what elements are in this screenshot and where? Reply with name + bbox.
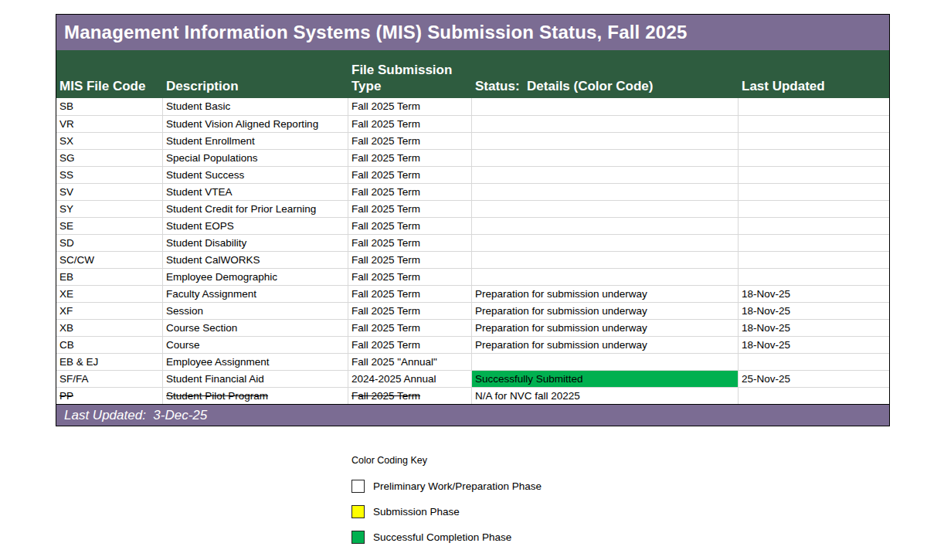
cell-code: PP <box>56 388 163 404</box>
table-row: XBCourse SectionFall 2025 TermPreparatio… <box>56 319 889 336</box>
legend-label: Submission Phase <box>373 506 460 518</box>
table-row: SXStudent EnrollmentFall 2025 Term <box>56 132 889 149</box>
cell-updated: 18-Nov-25 <box>739 303 889 319</box>
cell-type: Fall 2025 Term <box>348 150 472 166</box>
cell-updated <box>739 184 889 200</box>
header-type-line1: File Submission <box>351 62 470 78</box>
cell-status: Preparation for submission underway <box>472 303 739 319</box>
cell-status: Preparation for submission underway <box>472 337 739 353</box>
cell-status: Successfully Submitted <box>472 371 739 387</box>
table-row: CBCourseFall 2025 TermPreparation for su… <box>56 336 889 353</box>
cell-status <box>472 116 739 132</box>
cell-updated <box>739 218 889 234</box>
cell-code: SD <box>56 235 163 251</box>
cell-type: Fall 2025 Term <box>348 235 472 251</box>
cell-status <box>472 150 739 166</box>
cell-description: Student Pilot Program <box>163 388 348 404</box>
cell-updated: 18-Nov-25 <box>739 337 889 353</box>
table-row: PPStudent Pilot ProgramFall 2025 TermN/A… <box>56 387 889 404</box>
cell-updated <box>739 133 889 149</box>
cell-description: Session <box>163 303 348 319</box>
legend-label: Successful Completion Phase <box>373 531 511 543</box>
legend-label: Preliminary Work/Preparation Phase <box>373 480 542 492</box>
cell-code: VR <box>56 116 163 132</box>
cell-code: SG <box>56 150 163 166</box>
table-row: SDStudent DisabilityFall 2025 Term <box>56 234 889 251</box>
cell-updated <box>739 167 889 183</box>
cell-status <box>472 218 739 234</box>
table-row: XEFaculty AssignmentFall 2025 TermPrepar… <box>56 285 889 302</box>
cell-updated: 18-Nov-25 <box>739 286 889 302</box>
table-row: XFSessionFall 2025 TermPreparation for s… <box>56 302 889 319</box>
header-mis-file-code-label: MIS File Code <box>59 78 161 94</box>
cell-description: Student Success <box>163 167 348 183</box>
cell-code: EB & EJ <box>56 354 163 370</box>
cell-description: Student Disability <box>163 235 348 251</box>
cell-updated <box>739 150 889 166</box>
cell-updated <box>739 252 889 268</box>
cell-type: Fall 2025 Term <box>348 388 472 404</box>
table-row: EBEmployee DemographicFall 2025 Term <box>56 268 889 285</box>
table-row: SSStudent SuccessFall 2025 Term <box>56 166 889 183</box>
header-status-details: Status: Details (Color Code) <box>472 50 739 98</box>
cell-status <box>472 133 739 149</box>
header-description-label: Description <box>166 78 347 94</box>
cell-type: Fall 2025 Term <box>348 252 472 268</box>
cell-type: 2024-2025 Annual <box>348 371 472 387</box>
table-title-bar: Management Information Systems (MIS) Sub… <box>56 15 889 50</box>
cell-updated <box>739 201 889 217</box>
cell-updated <box>739 98 889 115</box>
table-row: SVStudent VTEAFall 2025 Term <box>56 183 889 200</box>
header-mis-file-code: MIS File Code <box>56 50 163 98</box>
cell-code: CB <box>56 337 163 353</box>
header-last-updated: Last Updated <box>739 50 889 98</box>
cell-code: SV <box>56 184 163 200</box>
cell-code: SY <box>56 201 163 217</box>
header-description: Description <box>163 50 348 98</box>
table-row: SGSpecial PopulationsFall 2025 Term <box>56 149 889 166</box>
cell-updated: 18-Nov-25 <box>739 320 889 336</box>
footer-last-updated: Last Updated: 3-Dec-25 <box>64 408 207 423</box>
cell-status: Preparation for submission underway <box>472 286 739 302</box>
cell-code: SC/CW <box>56 252 163 268</box>
header-type-line2: Type <box>351 78 470 94</box>
cell-updated <box>739 388 889 404</box>
cell-description: Student CalWORKS <box>163 252 348 268</box>
cell-code: SS <box>56 167 163 183</box>
cell-type: Fall 2025 Term <box>348 303 472 319</box>
cell-updated <box>739 235 889 251</box>
legend-swatch <box>351 480 365 493</box>
cell-code: EB <box>56 269 163 285</box>
cell-type: Fall 2025 Term <box>348 98 472 115</box>
table-row: SEStudent EOPSFall 2025 Term <box>56 217 889 234</box>
cell-type: Fall 2025 Term <box>348 201 472 217</box>
cell-description: Student EOPS <box>163 218 348 234</box>
legend-swatch <box>351 505 365 518</box>
table-row: SF/FAStudent Financial Aid2024-2025 Annu… <box>56 370 889 387</box>
cell-code: SB <box>56 98 163 115</box>
table-footer: Last Updated: 3-Dec-25 <box>56 404 889 426</box>
legend-list: Preliminary Work/Preparation PhaseSubmis… <box>351 480 542 544</box>
cell-description: Special Populations <box>163 150 348 166</box>
cell-status <box>472 252 739 268</box>
header-last-updated-label: Last Updated <box>742 78 888 94</box>
cell-status <box>472 184 739 200</box>
table-body: SBStudent BasicFall 2025 TermVRStudent V… <box>56 98 889 404</box>
cell-status: N/A for NVC fall 20225 <box>472 388 739 404</box>
cell-type: Fall 2025 "Annual" <box>348 354 472 370</box>
page: Management Information Systems (MIS) Sub… <box>0 0 927 560</box>
cell-status <box>472 98 739 115</box>
cell-status <box>472 235 739 251</box>
table-row: SC/CWStudent CalWORKSFall 2025 Term <box>56 251 889 268</box>
legend-item: Preliminary Work/Preparation Phase <box>351 480 542 493</box>
table-row: SBStudent BasicFall 2025 Term <box>56 98 889 115</box>
cell-type: Fall 2025 Term <box>348 167 472 183</box>
cell-updated <box>739 116 889 132</box>
cell-code: XB <box>56 320 163 336</box>
cell-status <box>472 201 739 217</box>
cell-description: Student Credit for Prior Learning <box>163 201 348 217</box>
cell-description: Employee Assignment <box>163 354 348 370</box>
header-file-submission-type: File Submission Type <box>348 50 472 98</box>
cell-code: SE <box>56 218 163 234</box>
cell-status <box>472 354 739 370</box>
